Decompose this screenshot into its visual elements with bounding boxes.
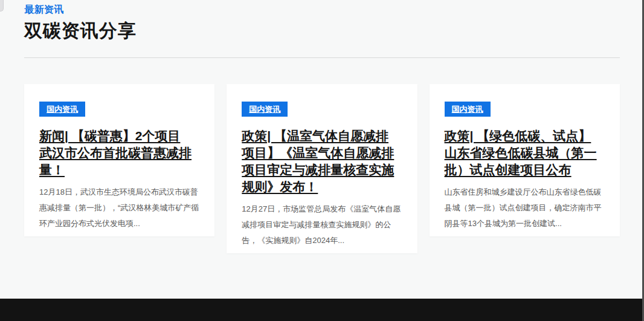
article-excerpt: 12月18日，武汉市生态环境局公布武汉市碳普惠减排量（第一批），“武汉格林美城市… [39, 184, 199, 232]
article-excerpt: 12月27日，市场监管总局发布《温室气体自愿减排项目审定与减排量核查实施规则》的… [242, 201, 402, 248]
news-card: 国内资讯 政策| 【温室气体自愿减排项目】《温室气体自愿减排项目审定与减排量核查… [227, 84, 417, 253]
category-badge[interactable]: 国内资讯 [242, 102, 288, 117]
latest-news-eyebrow: 最新资讯 [24, 3, 620, 16]
header-divider [24, 57, 620, 58]
news-card: 国内资讯 政策| 【绿色低碳、试点】山东省绿色低碳县城（第一批）试点创建项目公布… [430, 84, 620, 236]
article-excerpt: 山东省住房和城乡建设厅公布山东省绿色低碳县城（第一批）试点创建项目，确定济南市平… [445, 184, 605, 232]
footer-bar [0, 299, 644, 321]
news-section: 最新资讯 双碳资讯分享 国内资讯 新闻| 【碳普惠】2个项目武汉市公布首批碳普惠… [0, 0, 644, 299]
article-title-link[interactable]: 政策| 【绿色低碳、试点】山东省绿色低碳县城（第一批）试点创建项目公布 [445, 128, 597, 178]
category-badge[interactable]: 国内资讯 [39, 102, 85, 117]
category-badge[interactable]: 国内资讯 [445, 102, 491, 117]
article-title-link[interactable]: 新闻| 【碳普惠】2个项目武汉市公布首批碳普惠减排量！ [39, 128, 192, 178]
news-page: 最新资讯 双碳资讯分享 国内资讯 新闻| 【碳普惠】2个项目武汉市公布首批碳普惠… [0, 0, 644, 321]
news-card-list: 国内资讯 新闻| 【碳普惠】2个项目武汉市公布首批碳普惠减排量！ 12月18日，… [24, 84, 620, 253]
news-card: 国内资讯 新闻| 【碳普惠】2个项目武汉市公布首批碳普惠减排量！ 12月18日，… [24, 84, 214, 236]
article-title-link[interactable]: 政策| 【温室气体自愿减排项目】《温室气体自愿减排项目审定与减排量核查实施规则》… [242, 128, 394, 195]
scrollbar-thumb[interactable] [0, 0, 4, 11]
page-title: 双碳资讯分享 [24, 19, 620, 43]
